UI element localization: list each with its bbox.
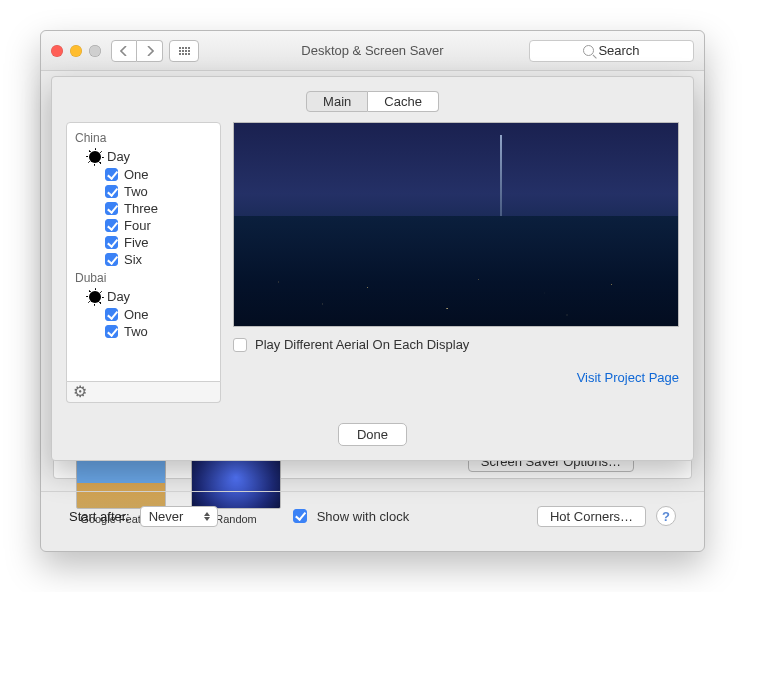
minimize-window-icon[interactable] bbox=[70, 45, 82, 57]
close-window-icon[interactable] bbox=[51, 45, 63, 57]
show-with-clock-label: Show with clock bbox=[317, 509, 409, 524]
gear-icon[interactable]: ⚙ bbox=[73, 384, 87, 400]
item-label: Six bbox=[124, 252, 142, 267]
play-different-label: Play Different Aerial On Each Display bbox=[255, 337, 469, 352]
item-label: Two bbox=[124, 184, 148, 199]
aerial-preview bbox=[233, 122, 679, 327]
item-label: Five bbox=[124, 235, 149, 250]
group-title: China bbox=[67, 128, 220, 147]
search-field[interactable]: Search bbox=[529, 40, 694, 62]
sidebar-footer: ⚙ bbox=[66, 381, 221, 403]
select-arrows-icon bbox=[201, 509, 213, 524]
titlebar: Desktop & Screen Saver Search bbox=[41, 31, 704, 71]
checkbox[interactable] bbox=[105, 253, 118, 266]
forward-button[interactable] bbox=[137, 40, 163, 62]
list-item[interactable]: One bbox=[67, 306, 220, 323]
hot-corners-button[interactable]: Hot Corners… bbox=[537, 506, 646, 527]
all-prefs-button[interactable] bbox=[169, 40, 199, 62]
checkbox[interactable] bbox=[105, 168, 118, 181]
prefs-body: Google Featur… Random Screen Saver Optio… bbox=[41, 71, 704, 491]
start-after-label: Start after: bbox=[69, 509, 130, 524]
tab-cache[interactable]: Cache bbox=[368, 91, 439, 112]
start-after-select[interactable]: Never bbox=[140, 506, 218, 527]
item-label: Three bbox=[124, 201, 158, 216]
sun-icon bbox=[89, 151, 101, 163]
list-item[interactable]: Three bbox=[67, 200, 220, 217]
item-label: Four bbox=[124, 218, 151, 233]
chevron-right-icon bbox=[146, 46, 154, 56]
tab-main[interactable]: Main bbox=[306, 91, 368, 112]
play-different-checkbox[interactable] bbox=[233, 338, 247, 352]
checkbox[interactable] bbox=[105, 202, 118, 215]
back-button[interactable] bbox=[111, 40, 137, 62]
search-placeholder: Search bbox=[598, 43, 639, 58]
grid-icon bbox=[179, 47, 190, 55]
checkbox[interactable] bbox=[105, 185, 118, 198]
start-after-value: Never bbox=[149, 509, 184, 524]
chevron-left-icon bbox=[120, 46, 128, 56]
done-button[interactable]: Done bbox=[338, 423, 407, 446]
visit-project-link[interactable]: Visit Project Page bbox=[233, 370, 679, 385]
list-item[interactable]: Two bbox=[67, 183, 220, 200]
category-label: Day bbox=[107, 289, 130, 304]
help-button[interactable]: ? bbox=[656, 506, 676, 526]
search-icon bbox=[583, 45, 594, 56]
item-label: One bbox=[124, 167, 149, 182]
window-controls bbox=[51, 45, 101, 57]
location-sidebar[interactable]: China Day One Two Three Four Five Six Du… bbox=[66, 122, 221, 382]
category-row[interactable]: Day bbox=[67, 287, 220, 306]
list-item[interactable]: Two bbox=[67, 323, 220, 340]
sheet-tabs: Main Cache bbox=[66, 91, 679, 112]
checkbox[interactable] bbox=[105, 219, 118, 232]
item-label: Two bbox=[124, 324, 148, 339]
checkbox[interactable] bbox=[105, 308, 118, 321]
list-item[interactable]: Six bbox=[67, 251, 220, 268]
sun-icon bbox=[89, 291, 101, 303]
nav-buttons bbox=[111, 40, 163, 62]
category-row[interactable]: Day bbox=[67, 147, 220, 166]
item-label: One bbox=[124, 307, 149, 322]
play-different-row: Play Different Aerial On Each Display bbox=[233, 337, 679, 352]
checkbox[interactable] bbox=[105, 325, 118, 338]
list-item[interactable]: Five bbox=[67, 234, 220, 251]
show-with-clock-checkbox[interactable] bbox=[293, 509, 307, 523]
group-title: Dubai bbox=[67, 268, 220, 287]
aerial-sheet: Main Cache China Day One Two Three bbox=[51, 76, 694, 461]
list-item[interactable]: Four bbox=[67, 217, 220, 234]
category-label: Day bbox=[107, 149, 130, 164]
list-item[interactable]: One bbox=[67, 166, 220, 183]
checkbox[interactable] bbox=[105, 236, 118, 249]
bottom-controls: Start after: Never Show with clock Hot C… bbox=[69, 503, 676, 529]
prefs-window: Desktop & Screen Saver Search Google Fea… bbox=[40, 30, 705, 552]
zoom-window-icon[interactable] bbox=[89, 45, 101, 57]
